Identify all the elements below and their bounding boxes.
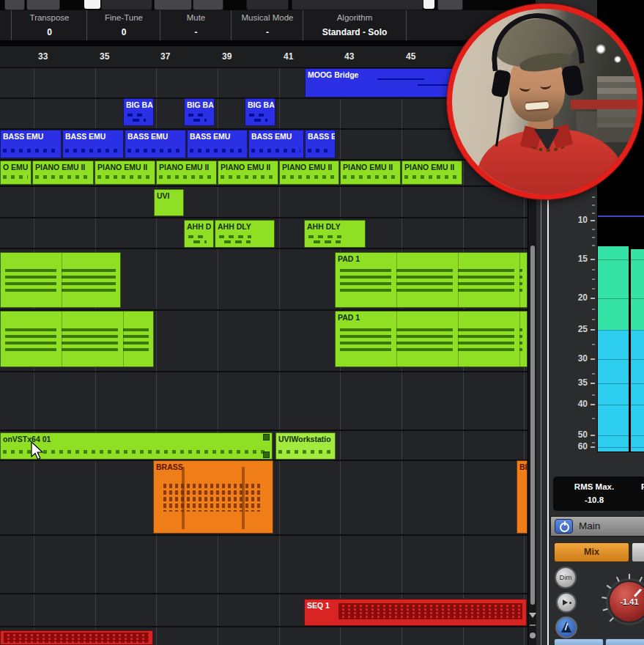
meter-scale-label: 35 [564,377,588,388]
meter-gridline [598,405,644,405]
bottom-partial-button-1[interactable] [554,638,604,645]
toolbar-cell-label: Fine-Tune [87,13,160,22]
clip-pad-1[interactable]: PAD 1 [335,252,528,308]
arrange-area[interactable]: MOOG BridgeBIG BABIG BABIG BABASS EMUBAS… [0,67,528,645]
clip-label: BR [517,461,527,473]
zoom-handle-icon[interactable] [530,633,536,638]
meter-scale-tick [591,435,595,436]
top-strip-control[interactable] [101,0,152,10]
clip-piano-emu-ii[interactable]: PIANO EMU II [279,161,339,185]
clip-piano-emu-ii[interactable]: PIANO EMU II [95,161,155,185]
clip-label: PIANO EMU II [95,161,155,173]
clip-uvi[interactable]: UVI [154,189,184,216]
clip-unlabeled[interactable] [0,252,121,308]
meter-gridline [598,383,644,384]
main-output-bar[interactable]: Main [550,516,644,537]
meter-gridline [598,298,644,299]
toolbar-cell-fine-tune[interactable]: Fine-Tune0 [86,10,160,40]
control-room-level-knob[interactable]: -1.41 [602,574,644,630]
clip-big-ba[interactable]: BIG BA [245,98,275,126]
top-strip-control[interactable] [84,0,100,9]
ruler-bar-number: 37 [160,51,170,62]
clip-brass[interactable]: BRASS [153,460,273,534]
listen-button[interactable] [556,592,577,613]
rms-max-value: -10.8 [553,495,635,504]
clip-bass-emu[interactable]: BASS EMU [248,130,304,158]
clip-bass-e[interactable]: BASS E [305,130,336,158]
top-strip-control[interactable] [4,0,25,10]
meter-scale-label: 60 [564,441,588,452]
clip-piano-emu-ii[interactable]: PIANO EMU II [218,161,278,185]
track-row-divider [0,371,528,372]
top-strip-control[interactable] [246,0,289,10]
track-row-divider [0,534,528,536]
clip-label: BASS EMU [1,130,61,142]
studio-red-stripe [571,100,638,109]
top-strip-control[interactable] [154,0,192,10]
meter-scale-label: 50 [564,430,588,440]
toolbar-cell-mute[interactable]: Mute- [160,10,232,40]
clip-handle[interactable] [263,452,270,458]
meter-readout-box: RMS Max. -10.8 P [553,476,644,511]
clip-label: BASS EMU [63,130,123,142]
clip-big-ba[interactable]: BIG BA [123,98,154,126]
toolbar-cell-algorithm[interactable]: AlgorithmStandard - Solo [303,10,407,40]
top-strip-control[interactable] [423,0,434,9]
top-strip-control[interactable] [26,0,60,10]
clip-bass-emu[interactable]: BASS EMU [62,130,124,158]
top-strip-control[interactable] [193,0,223,10]
clip-label: MOOG Bridge [306,69,462,81]
clip-big-ba[interactable]: BIG BA [184,98,215,126]
clip-o-emu-ii[interactable]: O EMU II [0,161,32,185]
toolbar-cell-label: Mute [160,13,232,22]
clip-br[interactable]: BR [517,460,528,534]
clip-unlabeled[interactable] [0,311,154,367]
dim-button[interactable]: Dim [555,567,577,589]
clip-seq-1[interactable]: SEQ 1 [304,599,527,626]
clip-piano-emu-ii[interactable]: PIANO EMU II [156,161,217,185]
clip-ahh-dly[interactable]: AHH DLY [304,220,366,248]
clip-uviworkstatio[interactable]: UVIWorkstatio [275,432,336,460]
clip-piano-emu-ii[interactable]: PIANO EMU II [340,161,401,185]
main-power-button[interactable] [555,519,573,534]
clip-label: BASS EMU [125,130,185,142]
clip-bass-emu[interactable]: BASS EMU [187,130,248,158]
toolbar-cell-musical-mode[interactable]: Musical Mode- [231,10,303,40]
mix-source-button[interactable]: Mix [554,542,629,562]
clip-piano-emu-ii[interactable]: PIANO EMU II [32,161,94,185]
headphone-earcup-left [491,69,511,97]
knob-value: -1.41 [602,597,644,606]
scrollbar-thumb[interactable] [530,246,535,605]
meter-scale-tick [591,404,595,405]
top-strip-control[interactable] [292,0,423,10]
bottom-partial-button-2[interactable] [605,638,644,645]
clip-handle[interactable] [263,434,270,441]
secondary-source-button[interactable] [632,542,644,562]
clip-bass-emu[interactable]: BASS EMU [125,130,186,158]
clip-ahh-dly[interactable]: AHH DLY [215,220,275,248]
scroll-down-arrow-icon[interactable] [529,613,536,622]
clip-ahh-d[interactable]: AHH D [184,220,214,248]
clip-moog-bridge[interactable]: MOOG Bridge [305,68,462,97]
meter-scale-minor-tick [592,442,595,443]
clip-label: AHH D [185,221,213,232]
toolbar-cell-value: - [160,27,232,37]
clip-piano-emu-ii[interactable]: PIANO EMU II [401,161,462,185]
clip-unlabeled[interactable] [0,630,153,645]
clip-pad-1[interactable]: PAD 1 [335,311,528,367]
ruler-bar-number: 45 [406,51,415,62]
bead-necklace [531,139,565,152]
clip-label: PIANO EMU II [341,161,400,173]
toolbar-cell-value: 0 [12,27,87,37]
clip-bass-emu[interactable]: BASS EMU [0,130,62,158]
toolbar-cell-value: Standard - Solo [303,27,406,37]
top-strip-control[interactable] [437,0,463,10]
track-row-divider [0,593,528,594]
audio-info-toolbar: Transpose0Fine-Tune0Mute-Musical Mode-Al… [0,10,536,40]
headphones-band [488,10,585,72]
toolbar-cell-transpose[interactable]: Transpose0 [11,10,87,40]
meter-scale-label: 20 [564,292,588,303]
scrollbar-divider [530,624,536,626]
meter-gridline [598,259,644,260]
metronome-button[interactable] [555,616,577,638]
